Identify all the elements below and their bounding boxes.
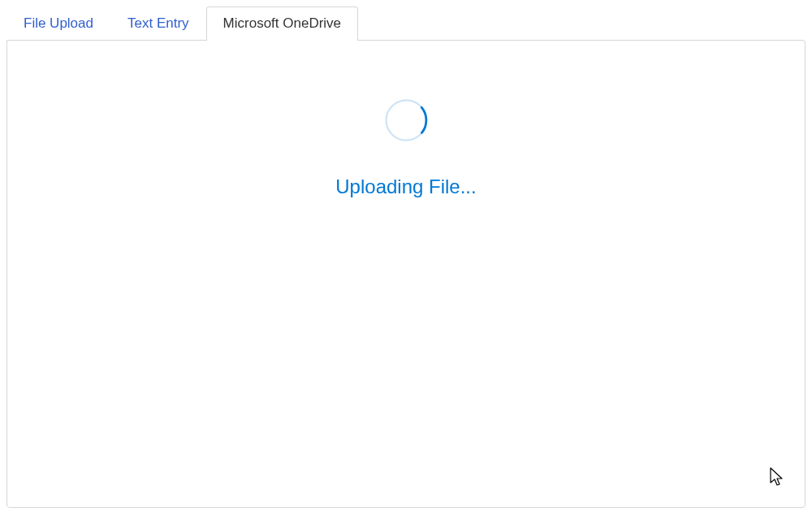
svg-point-1: [383, 98, 429, 143]
tabs-bar: File Upload Text Entry Microsoft OneDriv…: [0, 0, 812, 40]
upload-status-container: Uploading File...: [335, 98, 476, 198]
tab-file-upload[interactable]: File Upload: [6, 6, 110, 40]
tab-text-entry[interactable]: Text Entry: [110, 6, 206, 40]
tab-microsoft-onedrive[interactable]: Microsoft OneDrive: [206, 6, 358, 41]
upload-status-text: Uploading File...: [335, 176, 476, 198]
tab-label: Text Entry: [127, 15, 189, 31]
tab-label: Microsoft OneDrive: [223, 15, 341, 31]
loading-spinner-icon: [383, 98, 429, 143]
content-panel: Uploading File...: [6, 40, 806, 508]
mouse-cursor-icon: [769, 466, 785, 488]
tab-label: File Upload: [24, 15, 93, 31]
svg-point-0: [386, 100, 425, 140]
